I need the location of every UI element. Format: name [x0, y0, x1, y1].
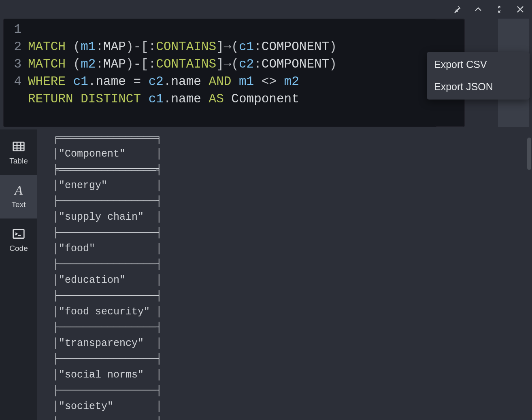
close-icon[interactable]: [516, 5, 525, 14]
code-icon: [12, 228, 26, 240]
export-menu: Export CSV Export JSON: [427, 52, 530, 100]
svg-rect-6: [13, 229, 24, 238]
tab-code[interactable]: Code: [0, 218, 37, 262]
table-icon: [12, 140, 26, 153]
result-text[interactable]: ╒════════════════╕ │"Component" │ ╞═════…: [37, 129, 532, 420]
text-icon: A: [12, 184, 26, 196]
line-number: 2: [4, 38, 28, 55]
scrollbar-thumb[interactable]: [527, 138, 531, 170]
window-toolbar: [0, 0, 532, 19]
tab-text[interactable]: A Text: [0, 175, 37, 218]
line-number: 3: [4, 55, 28, 73]
tab-label: Table: [9, 157, 28, 165]
result-view-tabs: Table A Text Code: [0, 129, 37, 420]
line-gutter: 1 2 3 4: [4, 19, 28, 127]
pin-icon[interactable]: [453, 5, 462, 14]
export-csv[interactable]: Export CSV: [427, 53, 530, 76]
export-json[interactable]: Export JSON: [427, 76, 530, 98]
collapse-icon[interactable]: [495, 5, 504, 14]
line-number: 4: [4, 73, 28, 90]
code-body[interactable]: MATCH (m1:MAP)-[:CONTAINS]→(c1:COMPONENT…: [28, 19, 435, 127]
line-number: 1: [4, 21, 28, 38]
chevron-up-icon[interactable]: [474, 5, 483, 14]
svg-rect-1: [13, 142, 24, 151]
tab-label: Text: [12, 200, 26, 209]
tab-label: Code: [9, 244, 28, 253]
tab-table[interactable]: Table: [0, 131, 37, 175]
query-editor[interactable]: 1 2 3 4 MATCH (m1:MAP)-[:CONTAINS]→(c1:C…: [3, 19, 465, 127]
